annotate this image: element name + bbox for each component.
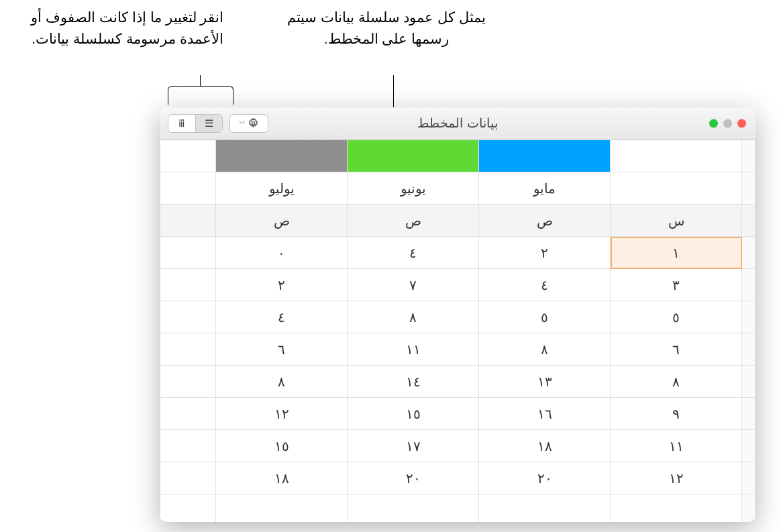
- blank-corner: [611, 172, 742, 205]
- data-cell[interactable]: ٢٠: [479, 462, 611, 494]
- plot-columns-button[interactable]: ⅲ: [168, 115, 195, 132]
- data-cell[interactable]: ٢٠: [348, 462, 479, 494]
- x-value-cell[interactable]: ٩: [611, 398, 742, 430]
- axis-label-june[interactable]: ص: [348, 205, 479, 237]
- data-cell[interactable]: ٨: [216, 366, 348, 398]
- chevron-down-icon: ﹀: [239, 119, 246, 128]
- blank-end: [160, 301, 216, 333]
- data-cell[interactable]: ٤: [216, 301, 348, 333]
- data-row: ٦٨١١٦: [160, 333, 756, 366]
- x-value-cell[interactable]: ٨: [611, 366, 742, 398]
- zoom-button[interactable]: [709, 119, 718, 127]
- data-cell[interactable]: ١٨: [479, 430, 611, 462]
- data-cell[interactable]: ٠: [216, 237, 348, 269]
- toolbar: ⅲ ☰ ﹀: [168, 114, 268, 133]
- series-color-may[interactable]: [479, 140, 611, 172]
- blank-end: [160, 398, 216, 430]
- data-cell[interactable]: ٦: [216, 333, 348, 366]
- blank-end: [160, 269, 216, 301]
- data-cell[interactable]: ١٣: [479, 366, 611, 398]
- data-cell[interactable]: ٨: [479, 333, 611, 366]
- data-cell[interactable]: ١٥: [348, 398, 479, 430]
- data-row: ١٢٤٠: [160, 237, 756, 269]
- data-cell[interactable]: ١١: [348, 333, 479, 366]
- gear-icon: [248, 117, 259, 129]
- data-cell[interactable]: [216, 494, 348, 523]
- x-value-cell[interactable]: ١٢: [611, 462, 742, 494]
- data-row: ٣٤٧٢: [160, 269, 756, 301]
- series-label-june[interactable]: يونيو: [348, 172, 479, 205]
- x-value-cell[interactable]: ٦: [611, 333, 742, 366]
- axis-row: س ص ص ص: [160, 205, 756, 237]
- data-cell[interactable]: ٤: [348, 237, 479, 269]
- minimize-button[interactable]: [723, 119, 732, 127]
- x-value-cell[interactable]: ١١: [611, 430, 742, 462]
- callout-bracket: [168, 86, 233, 105]
- data-grid[interactable]: مايو يونيو يوليو س ص ص ص ١٢٤٠٣٤٧٢٥٥٨٤٦٨١…: [160, 140, 756, 522]
- row-handle[interactable]: [742, 494, 756, 523]
- x-value-cell[interactable]: ١: [611, 237, 742, 269]
- data-cell[interactable]: ٤: [479, 269, 611, 301]
- blank-end: [160, 462, 216, 494]
- row-handle[interactable]: [742, 140, 756, 172]
- data-cell[interactable]: ١٦: [479, 398, 611, 430]
- row-handle[interactable]: [742, 366, 756, 398]
- x-value-cell[interactable]: ٣: [611, 269, 742, 301]
- blank-end: [160, 140, 216, 172]
- axis-label-july[interactable]: ص: [216, 205, 348, 237]
- data-cell[interactable]: ٢: [216, 269, 348, 301]
- data-cell[interactable]: [348, 494, 479, 523]
- close-button[interactable]: [737, 119, 746, 127]
- data-cell[interactable]: ١٧: [348, 430, 479, 462]
- blank-end: [160, 430, 216, 462]
- series-label-may[interactable]: مايو: [479, 172, 611, 205]
- data-cell[interactable]: ١٨: [216, 462, 348, 494]
- blank-end: [160, 494, 216, 523]
- color-bar-row: [160, 140, 756, 172]
- titlebar: بيانات المخطط ⅲ ☰ ﹀: [160, 107, 756, 140]
- data-cell[interactable]: ٧: [348, 269, 479, 301]
- row-handle[interactable]: [742, 462, 756, 494]
- data-row: ٨١٣١٤٨: [160, 366, 756, 398]
- row-handle[interactable]: [742, 333, 756, 366]
- data-cell[interactable]: ١٢: [216, 398, 348, 430]
- row-handle[interactable]: [742, 237, 756, 269]
- data-cell[interactable]: ١٤: [348, 366, 479, 398]
- annotation-series: يمثل كل عمود سلسلة بيانات سيتم رسمها على…: [279, 7, 494, 49]
- series-color-june[interactable]: [348, 140, 479, 172]
- series-color-july[interactable]: [216, 140, 348, 172]
- data-row: ٥٥٨٤: [160, 301, 756, 333]
- series-label-row: مايو يونيو يوليو: [160, 172, 756, 205]
- row-handle[interactable]: [742, 301, 756, 333]
- row-handle[interactable]: [742, 269, 756, 301]
- row-handle[interactable]: [742, 398, 756, 430]
- empty-row[interactable]: [160, 494, 756, 523]
- data-cell[interactable]: ٨: [348, 301, 479, 333]
- blank-end: [160, 237, 216, 269]
- data-cell[interactable]: [479, 494, 611, 523]
- row-handle[interactable]: [742, 430, 756, 462]
- plot-rows-button[interactable]: ☰: [195, 115, 222, 132]
- data-cell[interactable]: ٢: [479, 237, 611, 269]
- row-column-toggle[interactable]: ⅲ ☰: [168, 114, 223, 133]
- row-handle[interactable]: [742, 205, 756, 237]
- data-row: ١١١٨١٧١٥: [160, 430, 756, 462]
- rows-icon: ☰: [205, 117, 213, 129]
- data-row: ٩١٦١٥١٢: [160, 398, 756, 430]
- columns-icon: ⅲ: [178, 117, 185, 129]
- series-label-july[interactable]: يوليو: [216, 172, 348, 205]
- annotation-toggle: انقر لتغيير ما إذا كانت الصفوف أو الأعمد…: [27, 7, 228, 49]
- blank-end: [160, 205, 216, 237]
- window-title: بيانات المخطط: [417, 115, 497, 131]
- data-cell[interactable]: ٥: [479, 301, 611, 333]
- data-cell[interactable]: [611, 494, 742, 523]
- x-axis-header[interactable]: س: [611, 205, 742, 237]
- row-handle[interactable]: [742, 172, 756, 205]
- blank-end: [160, 172, 216, 205]
- settings-menu-button[interactable]: ﹀: [229, 114, 268, 133]
- traffic-lights: [709, 119, 746, 127]
- data-cell[interactable]: ١٥: [216, 430, 348, 462]
- axis-label-may[interactable]: ص: [479, 205, 611, 237]
- data-grid-area[interactable]: مايو يونيو يوليو س ص ص ص ١٢٤٠٣٤٧٢٥٥٨٤٦٨١…: [160, 140, 756, 522]
- x-value-cell[interactable]: ٥: [611, 301, 742, 333]
